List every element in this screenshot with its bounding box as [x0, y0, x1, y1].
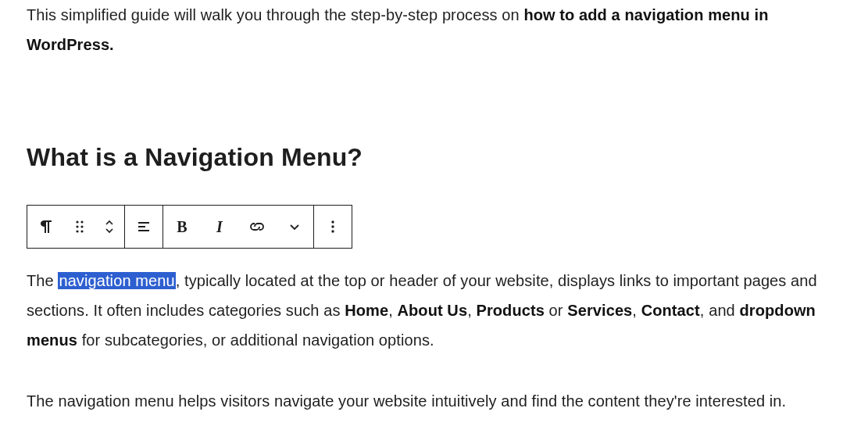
align-left-icon	[134, 217, 153, 236]
italic-button[interactable]: I	[201, 206, 238, 248]
p1-b4: Services	[567, 302, 632, 319]
link-icon	[248, 217, 266, 236]
toolbar-group-align	[124, 206, 163, 248]
intro-paragraph: This simplified guide will walk you thro…	[27, 0, 841, 59]
toolbar-group-options	[313, 206, 352, 248]
more-format-dropdown[interactable]	[276, 206, 313, 248]
followup-paragraph: The navigation menu helps visitors navig…	[27, 386, 841, 416]
p1-b1: Home	[345, 302, 388, 319]
p1-t4: ,	[467, 302, 476, 319]
toolbar-group-block	[27, 206, 124, 248]
chevron-down-icon	[285, 217, 304, 236]
p1-t3: ,	[388, 302, 397, 319]
align-button[interactable]	[125, 206, 163, 248]
svg-point-5	[80, 230, 83, 232]
paragraph-icon	[37, 217, 55, 236]
block-toolbar: B I	[27, 205, 352, 249]
svg-point-1	[80, 220, 83, 223]
svg-point-2	[76, 225, 78, 227]
link-button[interactable]	[238, 206, 276, 248]
p1-t7: , and	[700, 302, 740, 319]
drag-icon	[70, 217, 89, 236]
drag-handle[interactable]	[65, 206, 95, 248]
svg-point-4	[76, 230, 78, 232]
p1-t1: The	[27, 272, 58, 289]
italic-icon: I	[216, 212, 223, 242]
options-button[interactable]	[314, 206, 352, 248]
more-vertical-icon	[323, 217, 342, 236]
intro-prefix: This simplified guide will walk you thro…	[27, 6, 523, 23]
bold-button[interactable]: B	[163, 206, 201, 248]
p1-t8: for subcategories, or additional navigat…	[77, 331, 434, 349]
svg-point-8	[331, 230, 334, 232]
p1-t5: or	[545, 302, 567, 319]
section-heading: What is a Navigation Menu?	[27, 134, 841, 181]
svg-point-6	[331, 220, 334, 223]
definition-paragraph[interactable]: The navigation menu, typically located a…	[27, 266, 841, 355]
paragraph-block-button[interactable]	[27, 206, 65, 248]
svg-point-3	[80, 225, 83, 227]
move-buttons[interactable]	[95, 206, 124, 248]
toolbar-group-format: B I	[163, 206, 313, 248]
svg-point-7	[331, 225, 334, 227]
move-updown-icon	[100, 217, 119, 236]
p1-b3: Products	[476, 302, 544, 319]
selected-text[interactable]: navigation menu	[58, 272, 175, 289]
svg-point-0	[76, 220, 78, 223]
p1-t6: ,	[632, 302, 641, 319]
p1-b5: Contact	[641, 302, 700, 319]
p1-b2: About Us	[397, 302, 467, 319]
bold-icon: B	[177, 212, 187, 242]
